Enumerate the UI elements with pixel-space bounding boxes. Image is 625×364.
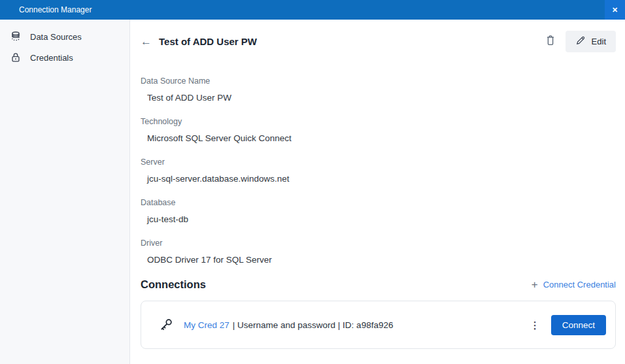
connections-title: Connections: [141, 278, 206, 291]
field-row: Data Source Name Test of ADD User PW: [141, 76, 616, 103]
close-button[interactable]: ✕: [605, 0, 625, 20]
trash-icon: [545, 34, 556, 48]
field-label: Driver: [141, 238, 616, 248]
field-list: Data Source Name Test of ADD User PW Tec…: [141, 76, 616, 265]
sidebar-item-data-sources[interactable]: Data Sources: [0, 26, 129, 47]
connect-credential-label: Connect Credential: [543, 280, 616, 290]
kebab-menu-button[interactable]: ⋮: [526, 318, 544, 333]
connections-header: Connections + Connect Credential: [141, 278, 616, 291]
field-row: Server jcu-sql-server.database.windows.n…: [141, 157, 616, 184]
pencil-icon: [575, 35, 586, 48]
field-row: Database jcu-test-db: [141, 197, 616, 225]
back-arrow-icon: ←: [141, 35, 152, 48]
database-icon: [10, 31, 22, 42]
sidebar-item-label: Data Sources: [30, 32, 82, 42]
credential-name-link[interactable]: My Cred 27: [184, 320, 229, 330]
field-label: Technology: [141, 116, 616, 127]
field-value: ODBC Driver 17 for SQL Server: [141, 254, 616, 265]
page-header: ← Test of ADD User PW: [141, 31, 616, 51]
key-icon: [158, 318, 173, 333]
connect-credential-link[interactable]: + Connect Credential: [532, 279, 616, 290]
connect-button[interactable]: Connect: [551, 315, 606, 335]
connection-manager-window: Connection Manager ✕ Data Sources: [0, 0, 625, 364]
titlebar: Connection Manager ✕: [0, 0, 625, 20]
back-button[interactable]: ←: [141, 36, 152, 47]
delete-button[interactable]: [542, 31, 559, 51]
close-icon: ✕: [612, 6, 618, 14]
field-row: Technology Microsoft SQL Server Quick Co…: [141, 116, 616, 144]
sidebar: Data Sources Credentials: [0, 20, 130, 364]
edit-button-label: Edit: [592, 37, 606, 46]
field-value: Microsoft SQL Server Quick Connect: [141, 133, 616, 144]
field-value: Test of ADD User PW: [141, 92, 616, 103]
field-label: Server: [141, 157, 616, 167]
plus-icon: +: [532, 279, 538, 290]
edit-button[interactable]: Edit: [566, 31, 616, 52]
field-value: jcu-test-db: [141, 214, 616, 225]
field-label: Data Source Name: [141, 76, 616, 86]
field-row: Driver ODBC Driver 17 for SQL Server: [141, 238, 616, 265]
field-value: jcu-sql-server.database.windows.net: [141, 173, 616, 184]
credential-details: | Username and password | ID: a98fa926: [233, 320, 394, 330]
lock-icon: [10, 52, 22, 63]
main-panel: ← Test of ADD User PW: [131, 20, 625, 364]
credential-card: My Cred 27 | Username and password | ID:…: [141, 301, 616, 349]
sidebar-item-credentials[interactable]: Credentials: [0, 47, 129, 68]
page-title: Test of ADD User PW: [159, 36, 257, 47]
sidebar-item-label: Credentials: [30, 53, 73, 63]
window-title: Connection Manager: [19, 5, 92, 14]
field-label: Database: [141, 197, 616, 208]
